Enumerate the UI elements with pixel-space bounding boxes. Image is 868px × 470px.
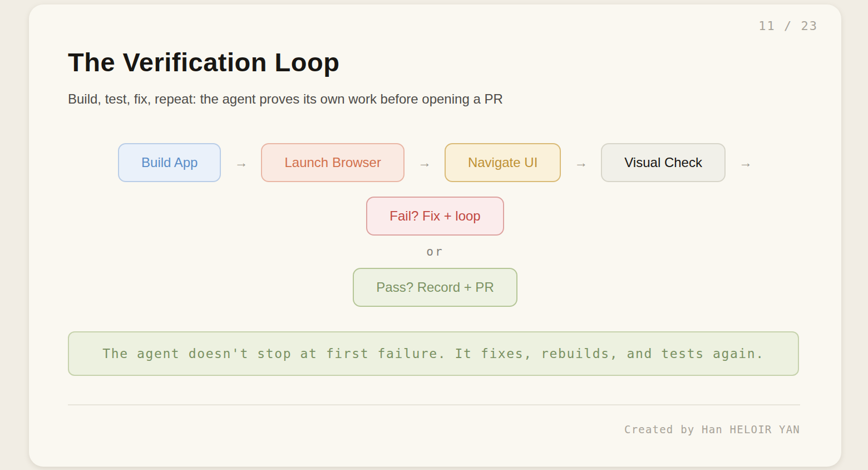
page-counter: 11 / 23 <box>758 19 818 33</box>
arrow-right-icon: → <box>739 155 752 170</box>
flow-step-launch-browser: Launch Browser <box>261 143 404 182</box>
flow-diagram-row: Build App → Launch Browser → Navigate UI… <box>29 143 841 182</box>
slide-subtitle: Build, test, fix, repeat: the agent prov… <box>68 91 503 107</box>
arrow-right-icon: → <box>574 155 588 170</box>
flow-outcome-fail: Fail? Fix + loop <box>366 197 504 236</box>
flow-outcome-pass: Pass? Record + PR <box>353 268 517 307</box>
arrow-right-icon: → <box>234 155 248 170</box>
flow-step-visual-check: Visual Check <box>601 143 726 182</box>
page-title: The Verification Loop <box>68 47 339 77</box>
footer-divider <box>68 404 800 405</box>
flow-step-navigate-ui: Navigate UI <box>445 143 561 182</box>
arrow-right-icon: → <box>418 155 431 170</box>
or-label: or <box>29 245 841 258</box>
pass-branch-row: Pass? Record + PR <box>29 268 841 307</box>
note-callout: The agent doesn't stop at first failure.… <box>68 331 799 376</box>
fail-branch-row: Fail? Fix + loop <box>29 197 841 236</box>
slide-card: 11 / 23 The Verification Loop Build, tes… <box>29 4 841 467</box>
attribution-footer: Created by Han HELOIR YAN <box>624 423 800 435</box>
note-text: The agent doesn't stop at first failure.… <box>102 346 764 361</box>
flow-step-build-app: Build App <box>118 143 221 182</box>
